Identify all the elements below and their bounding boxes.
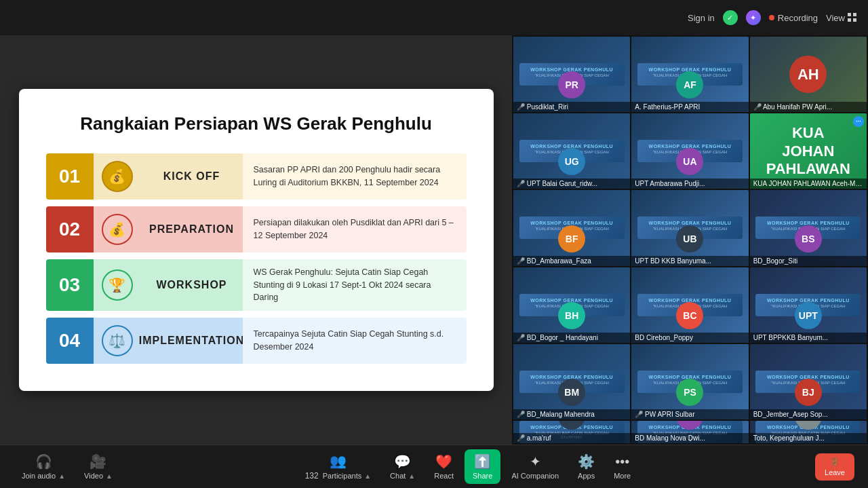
- video-inner: WORKSHOP GERAK PENGHULU "KUALIFIKASI BAP…: [750, 344, 867, 419]
- video-inner: WORKSHOP GERAK PENGHULU "KUALIFIKASI BAP…: [750, 190, 867, 265]
- step-desc-1: Sasaran PP APRI dan 200 Penghulu hadir s…: [243, 153, 467, 200]
- video-cell[interactable]: WORKSHOP GERAK PENGHULU "KUALIFIKASI BAP…: [513, 37, 630, 112]
- video-inner: WORKSHOP GERAK PENGHULU "KUALIFIKASI BAP…: [513, 190, 630, 265]
- middle-tools-group: 👥 132 Participants ▲ 💬 Chat ▲ ❤️ React ⬆…: [297, 449, 639, 485]
- join-audio-label: Join audio: [22, 472, 56, 480]
- video-inner: WORKSHOP GERAK PENGHULU "KUALIFIKASI BAP…: [750, 267, 867, 343]
- participant-name-label: A. Fatherius-PP APRI: [631, 102, 748, 112]
- video-inner: AH: [750, 37, 867, 112]
- video-cell[interactable]: WORKSHOP GERAK PENGHULU "KUALIFIKASI BAP…: [631, 113, 748, 189]
- video-inner: WORKSHOP GERAK PENGHULU "KUALIFIKASI BAP…: [631, 113, 748, 189]
- participant-name-label: 🎤 UPT Balai Garut_ridw...: [513, 179, 630, 189]
- step-num-3: 03: [46, 259, 94, 311]
- video-icon: 🎥: [90, 453, 106, 470]
- video-cell[interactable]: WORKSHOP GERAK PENGHULU "KUALIFIKASI BAP…: [631, 267, 748, 343]
- video-cell[interactable]: WORKSHOP GERAK PENGHULU "KUALIFIKASI BAP…: [513, 267, 630, 343]
- step-label-2: PREPARATION: [141, 206, 243, 252]
- participant-avatar: BN: [676, 421, 703, 430]
- participant-avatar: AM: [558, 421, 585, 430]
- recording-indicator: Recording: [769, 13, 818, 23]
- step-icon-2: 💰: [102, 214, 133, 245]
- video-cell[interactable]: WORKSHOP GERAK PENGHULU "KUALIFIKASI BAP…: [750, 421, 867, 443]
- react-button[interactable]: ❤️ React: [426, 449, 462, 484]
- more-button[interactable]: ••• More: [606, 450, 639, 484]
- step-icon-box-1: 💰: [94, 153, 141, 200]
- recording-dot: [769, 15, 774, 20]
- audio-chevron-icon: ▲: [58, 472, 65, 480]
- participant-name-label: 🎤 Pusdiklat_Riri: [513, 102, 630, 112]
- share-label: Share: [473, 472, 492, 480]
- step-icon-4: ⚖️: [102, 325, 133, 356]
- react-label: React: [434, 472, 454, 480]
- step-label-3: WORKSHOP: [141, 259, 243, 311]
- video-cell[interactable]: KUAJOHAN PAHLAWAN ··· KUA JOHAN PAHLAWAN…: [750, 113, 867, 189]
- participants-icon: 👥: [330, 453, 347, 469]
- shield-icon: ✓: [723, 10, 738, 25]
- grid-view-icon: [848, 13, 857, 22]
- step-label-4: IMPLEMENTATION: [141, 318, 243, 364]
- video-cell[interactable]: WORKSHOP GERAK PENGHULU "KUALIFIKASI BAP…: [513, 113, 630, 189]
- step-row-3: 03 🏆 WORKSHOP WS Gerak Penghulu: Sejuta …: [46, 259, 467, 311]
- participants-label: Participants: [323, 472, 361, 480]
- video-cell[interactable]: WORKSHOP GERAK PENGHULU "KUALIFIKASI BAP…: [750, 344, 867, 419]
- video-cell[interactable]: AH 🎤 Abu Hanifah PW Apri...: [750, 37, 867, 112]
- main-content: Rangkaian Persiapan WS Gerak Penghulu 01…: [0, 35, 868, 445]
- video-cell[interactable]: WORKSHOP GERAK PENGHULU "KUALIFIKASI BAP…: [513, 344, 630, 419]
- participant-name-label: 🎤 BD_Malang Mahendra: [513, 409, 630, 419]
- audio-video-group: 🎧 Join audio ▲ 🎥 Video ▲: [14, 449, 121, 484]
- participant-avatar: BS: [795, 225, 822, 252]
- step-row-4: 04 ⚖️ IMPLEMENTATION Tercapainya Sejuta …: [46, 318, 467, 364]
- signin-button[interactable]: Sign in: [688, 13, 715, 23]
- chat-chevron-icon: ▲: [408, 472, 415, 480]
- participant-name-label: 🎤 a.ma'ruf: [513, 433, 630, 443]
- video-inner: WORKSHOP GERAK PENGHULU "KUALIFIKASI BAP…: [513, 344, 630, 419]
- leave-button[interactable]: 🚪 Leave: [815, 453, 854, 481]
- video-cell[interactable]: WORKSHOP GERAK PENGHULU "KUALIFIKASI BAP…: [513, 190, 630, 265]
- participants-button[interactable]: 👥 132 Participants ▲: [297, 449, 379, 485]
- more-label: More: [614, 472, 631, 480]
- slide-area: Rangkaian Persiapan WS Gerak Penghulu 01…: [0, 35, 512, 445]
- video-inner: WORKSHOP GERAK PENGHULU "KUALIFIKASI BAP…: [631, 37, 748, 112]
- participant-avatar: BC: [676, 302, 703, 329]
- participant-name-label: UPT Ambarawa Pudji...: [631, 179, 748, 189]
- step-icon-box-3: 🏆: [94, 259, 141, 311]
- video-cell[interactable]: WORKSHOP GERAK PENGHULU "KUALIFIKASI BAP…: [631, 344, 748, 419]
- apps-button[interactable]: ⚙️ Apps: [570, 449, 603, 484]
- step-desc-4: Tercapainya Sejuta Catin Siap Cegah Stun…: [243, 318, 467, 364]
- ai-companion-button[interactable]: ✦ AI Companion: [503, 449, 567, 484]
- participant-name-label: 🎤 BD_Bogor _ Handayani: [513, 333, 630, 343]
- video-chevron-icon: ▲: [106, 472, 113, 480]
- slide-content: Rangkaian Persiapan WS Gerak Penghulu 01…: [19, 89, 494, 391]
- join-audio-button[interactable]: 🎧 Join audio ▲: [14, 449, 73, 484]
- video-cell[interactable]: WORKSHOP GERAK PENGHULU "KUALIFIKASI BAP…: [750, 267, 867, 343]
- share-button[interactable]: ⬆️ Share: [465, 449, 500, 484]
- participant-name-label: 🎤 PW APRI Sulbar: [631, 409, 748, 419]
- step-icon-1: 💰: [102, 161, 133, 192]
- step-row-1: 01 💰 KICK OFF Sasaran PP APRI dan 200 Pe…: [46, 153, 467, 200]
- chat-button[interactable]: 💬 Chat ▲: [382, 449, 423, 484]
- video-cell[interactable]: WORKSHOP GERAK PENGHULU "KUALIFIKASI BAP…: [750, 190, 867, 265]
- video-cell[interactable]: WORKSHOP GERAK PENGHULU "KUALIFIKASI BAP…: [631, 37, 748, 112]
- scroll-indicator[interactable]: ⌄: [686, 432, 694, 443]
- chat-label: Chat: [390, 472, 406, 480]
- apps-label: Apps: [578, 472, 595, 480]
- step-icon-box-2: 💰: [94, 206, 141, 252]
- video-inner: WORKSHOP GERAK PENGHULU "KUALIFIKASI BAP…: [513, 267, 630, 343]
- video-inner: WORKSHOP GERAK PENGHULU "KUALIFIKASI BAP…: [631, 267, 748, 343]
- participant-avatar: UG: [558, 148, 585, 175]
- video-cell[interactable]: WORKSHOP GERAK PENGHULU "KUALIFIKASI BAP…: [513, 421, 630, 443]
- ai-companion-icon: ✦: [530, 453, 541, 470]
- video-cell[interactable]: WORKSHOP GERAK PENGHULU "KUALIFIKASI BAP…: [631, 190, 748, 265]
- step-label-1: KICK OFF: [141, 153, 243, 200]
- participant-avatar: UA: [676, 148, 703, 175]
- participant-avatar: BJ: [795, 379, 822, 406]
- view-button[interactable]: View: [826, 13, 857, 23]
- video-button[interactable]: 🎥 Video ▲: [76, 449, 121, 484]
- slide-title: Rangkaian Persiapan WS Gerak Penghulu: [46, 113, 467, 134]
- step-icon-3: 🏆: [102, 269, 133, 301]
- participants-chevron-icon: ▲: [364, 472, 371, 480]
- step-desc-2: Persiapan dilakukan oleh Pusdiklat dan A…: [243, 206, 467, 252]
- participant-avatar: PR: [558, 71, 585, 98]
- participant-name-label: 🎤 BD_Ambarawa_Faza: [513, 256, 630, 266]
- participant-name-label: KUA JOHAN PAHLAWAN Aceh-Marhajadwal, S..…: [750, 179, 867, 189]
